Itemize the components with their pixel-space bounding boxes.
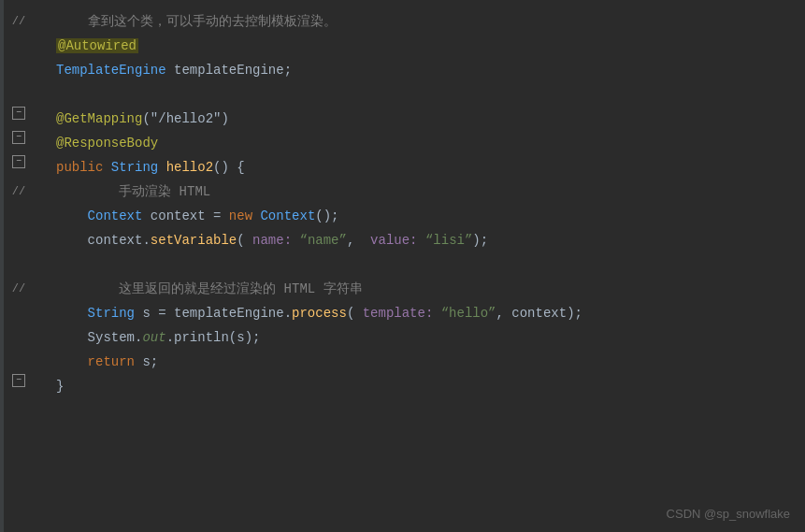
line-content: @ResponseBody (37, 131, 796, 155)
code-token: ); (472, 233, 488, 248)
code-line: @Autowired (0, 34, 805, 58)
fold-icon[interactable]: − (12, 131, 25, 144)
code-token: public (56, 160, 103, 175)
line-content: 手动渲染 HTML (37, 180, 796, 204)
line-content: System.out.println(s); (37, 325, 796, 350)
gutter: // (0, 9, 37, 34)
code-line: context.setVariable( name: “name”, value… (0, 228, 805, 252)
code-token: 拿到这个类，可以手动的去控制模板渲染。 (56, 14, 337, 29)
line-content: Context context = new Context(); (37, 204, 796, 228)
code-line (0, 82, 805, 107)
code-token: @GetMapping (56, 111, 142, 126)
line-content: public String hello2() { (37, 155, 796, 180)
gutter: − (0, 374, 37, 387)
code-token: setVariable (151, 233, 237, 248)
code-token: name: (245, 233, 292, 248)
code-line: −@ResponseBody (0, 131, 805, 155)
line-content: 拿到这个类，可以手动的去控制模板渲染。 (37, 9, 796, 34)
code-line: TemplateEngine templateEngine; (0, 58, 805, 82)
code-token: String (111, 160, 158, 175)
code-token: @ResponseBody (56, 136, 158, 151)
code-token: System. (56, 330, 142, 345)
code-token: template: (354, 306, 433, 321)
code-line: −public String hello2() { (0, 155, 805, 180)
fold-icon[interactable]: − (12, 107, 25, 120)
code-token: templateEngine. (166, 306, 292, 321)
code-token (103, 160, 110, 175)
code-token: , (347, 233, 370, 248)
line-content: } (37, 374, 796, 398)
code-token: hello2 (166, 160, 213, 175)
code-token: value: (370, 233, 417, 248)
code-token: new (221, 208, 260, 223)
code-token: TemplateEngine (56, 63, 166, 78)
code-token: @Autowired (56, 38, 138, 53)
line-content: return s; (37, 350, 796, 374)
code-token: “lisi” (418, 233, 473, 248)
line-content: String s = templateEngine.process( templ… (37, 301, 796, 325)
code-token: “name” (292, 233, 347, 248)
code-line: // 拿到这个类，可以手动的去控制模板渲染。 (0, 9, 805, 34)
code-line: −@GetMapping("/hello2") (0, 107, 805, 131)
fold-icon[interactable]: − (12, 155, 25, 168)
line-content: TemplateEngine templateEngine; (37, 58, 796, 82)
line-content: @Autowired (37, 34, 796, 58)
code-token: “hello” (433, 306, 496, 321)
gutter: // (0, 277, 37, 301)
code-line: String s = templateEngine.process( templ… (0, 301, 805, 325)
code-token: .println(s); (166, 330, 261, 345)
code-token: s (135, 306, 158, 321)
code-token: context (142, 208, 213, 223)
code-line (0, 252, 805, 277)
watermark: CSDN @sp_snowflake (667, 507, 790, 521)
gutter: − (0, 131, 37, 144)
line-content: context.setVariable( name: “name”, value… (37, 228, 796, 252)
line-content: 这里返回的就是经过渲染的 HTML 字符串 (37, 277, 796, 301)
code-token: process (292, 306, 347, 321)
code-token: s; (135, 354, 158, 369)
code-token: Context (56, 208, 142, 223)
gutter: − (0, 155, 37, 168)
code-token: () { (213, 160, 245, 175)
code-token: 手动渲染 HTML (56, 184, 210, 199)
fold-icon[interactable]: − (12, 374, 25, 387)
code-token: 这里返回的就是经过渲染的 HTML 字符串 (56, 281, 363, 296)
gutter: // (0, 180, 37, 204)
code-line: return s; (0, 350, 805, 374)
code-token: = (158, 306, 165, 321)
code-token: out (142, 330, 165, 345)
code-line: System.out.println(s); (0, 325, 805, 350)
code-token: (); (315, 208, 338, 223)
code-token: Context (260, 208, 315, 223)
code-token: String (56, 306, 135, 321)
code-editor: // 拿到这个类，可以手动的去控制模板渲染。@AutowiredTemplate… (0, 0, 805, 532)
code-token (158, 160, 165, 175)
code-token: return (88, 354, 135, 369)
code-token: ("/hello2") (142, 111, 228, 126)
code-line: // 这里返回的就是经过渲染的 HTML 字符串 (0, 277, 805, 301)
code-token: ( (237, 233, 244, 248)
line-content: @GetMapping("/hello2") (37, 107, 796, 131)
gutter: − (0, 107, 37, 120)
code-token: templateEngine; (166, 63, 292, 78)
code-lines: // 拿到这个类，可以手动的去控制模板渲染。@AutowiredTemplate… (0, 9, 805, 398)
code-line: Context context = new Context(); (0, 204, 805, 228)
code-token: context. (56, 233, 151, 248)
code-line: // 手动渲染 HTML (0, 180, 805, 204)
code-token: , context); (496, 306, 582, 321)
code-token: } (56, 379, 64, 394)
code-line: −} (0, 374, 805, 398)
code-token (56, 354, 88, 369)
